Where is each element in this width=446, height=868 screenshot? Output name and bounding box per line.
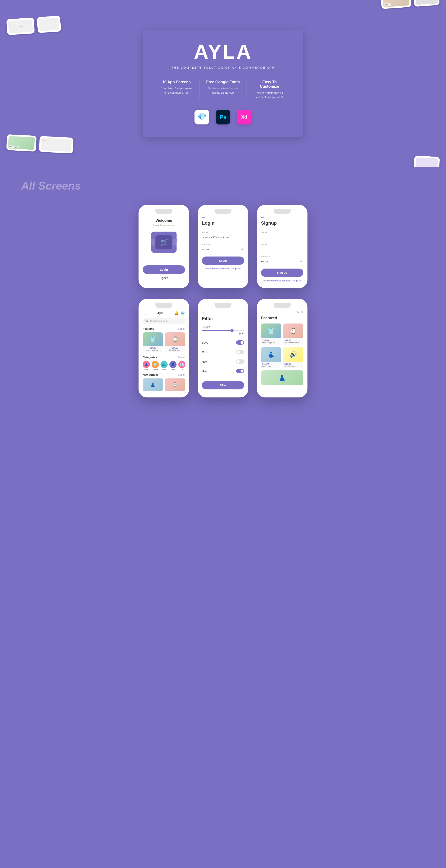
toggle-used[interactable] [236, 369, 244, 373]
featured-list-title: Featured [261, 316, 277, 320]
filter-header-icon[interactable]: ⚗️ [181, 311, 185, 315]
category-circle-tshirt: 👕 [152, 361, 159, 368]
toggle-girls[interactable] [236, 350, 244, 354]
category-dress[interactable]: 👗 Dress [143, 361, 150, 371]
featured-product-card-3[interactable]: 👗 $45.00 Girl Salwar [261, 347, 281, 368]
category-shoes[interactable]: 👟 Shoes [160, 361, 168, 371]
home-screen: ☰ Ayla 🔔 ⚗️ 🔍 Search somthing Featured S… [138, 311, 189, 391]
toggle-boys[interactable] [236, 340, 244, 345]
product-name-2: Girl White Watch [165, 349, 185, 352]
category-circle-dress: 👗 [143, 361, 150, 368]
product-img-2: ⌚ [165, 332, 185, 346]
phone-notch-home [155, 303, 172, 308]
more-featured-products: 👗 [261, 370, 303, 385]
phone-notch-welcome [155, 209, 172, 214]
featured-products-grid: 👕 $34.00 Man Long Shirt ⌚ $34.00 Girl Wh… [261, 323, 303, 368]
signup-button[interactable]: Sign Up [261, 269, 303, 277]
status-bar-signup: ●●● [257, 217, 308, 220]
filter-label-boys: Boys [202, 341, 208, 344]
products-row: 👕 $34.00 Man Long Shirt ⌚ $34.00 Girl Wh… [143, 332, 185, 352]
welcome-screen: Welcome Enjoy the experience 🛒 Login [138, 218, 189, 280]
name-label: Name [261, 231, 303, 234]
category-label-dress: Dress [143, 369, 150, 371]
product-price-1: $34.00 [143, 346, 163, 349]
new-arrival-see-all[interactable]: See all [178, 374, 185, 376]
email-form-group: Email [202, 231, 244, 240]
hero-section: Total $34.00 N AYLA THE COMPLETE SOLUTIO… [0, 0, 446, 167]
product-name-1: Man Long Shirt [143, 349, 163, 352]
sketch-icon: 💎 [194, 110, 209, 124]
featured-product-name-4: Google Home [284, 365, 302, 367]
signup-email-form-group: Email [261, 243, 303, 252]
filter-row-new: New [202, 357, 244, 366]
welcome-signup-link[interactable]: Signup [143, 276, 185, 280]
name-input[interactable] [261, 235, 303, 240]
login-button[interactable]: Login [202, 256, 244, 265]
category-circle-pants: 👖 [169, 361, 177, 368]
featured-product-img-2: ⌚ [283, 323, 303, 338]
featured-product-price-4: $48.00 [284, 363, 302, 365]
signup-password-input[interactable] [261, 259, 297, 264]
signup-password-label: Password [261, 255, 303, 258]
filter-button[interactable]: Filter [202, 381, 244, 390]
category-pants[interactable]: 👖 Pants [169, 361, 177, 371]
password-input[interactable] [202, 247, 238, 252]
feature-divider-2 [246, 80, 247, 99]
search-header-icon[interactable]: 🔍 [296, 311, 299, 314]
category-circle-tie: 👔 [178, 361, 185, 368]
status-bar-login: ●●● [198, 217, 248, 220]
category-tshirt[interactable]: 👕 T-Shirt [152, 361, 159, 371]
filter-screen: Filter Budget $450 Boys Girls New [198, 316, 248, 390]
status-bar-welcome [138, 217, 189, 218]
brand-title: AYLA [155, 40, 291, 63]
toggle-new[interactable] [236, 360, 244, 364]
budget-thumb[interactable] [231, 329, 233, 332]
budget-bar[interactable] [202, 330, 244, 331]
signup-password-row: 👁 [261, 259, 303, 264]
budget-label: Budget [202, 326, 244, 329]
signup-email-input[interactable] [261, 247, 303, 252]
welcome-login-button[interactable]: Login [143, 266, 185, 274]
scattered-phones-bottom: Man Long S... Size [4, 134, 442, 167]
featured-product-img-4: 🔊 [283, 347, 303, 362]
eye-icon[interactable]: 👁 [241, 248, 244, 251]
login-screen: Login Email Password 👁 Login Don't have … [198, 220, 248, 270]
categories-see-all[interactable]: See all [178, 356, 185, 359]
welcome-title: Welcome [143, 218, 185, 223]
brand-tagline: THE COMPLETE SOLUTION OF AN E-COMMERCE A… [155, 66, 291, 69]
product-card-2[interactable]: ⌚ $34.00 Girl White Watch [165, 332, 185, 352]
signup-eye-icon[interactable]: 👁 [300, 260, 303, 263]
category-tie[interactable]: 👔 Tie [178, 361, 185, 371]
featured-product-img-1: 👕 [261, 323, 281, 338]
hamburger-icon[interactable]: ☰ [143, 311, 146, 315]
featured-product-img-5: 👗 [261, 370, 303, 385]
cart-header-icon[interactable]: 🛒 [301, 311, 303, 314]
search-icon: 🔍 [145, 319, 149, 322]
email-input[interactable] [202, 235, 244, 240]
featured-list-screen: Featured 👕 $34.00 Man Long Shirt ⌚ $34.0 [257, 316, 308, 385]
notification-icon[interactable]: 🔔 [174, 311, 179, 315]
featured-product-card-5[interactable]: 👗 [261, 370, 303, 385]
feature-title-1: 16 App Screens [160, 80, 193, 84]
filter-label-new: New [202, 360, 208, 363]
signup-password-form-group: Password 👁 [261, 255, 303, 264]
filter-row-girls: Girls [202, 347, 244, 357]
featured-product-card-4[interactable]: 🔊 $48.00 Google Home [283, 347, 303, 368]
mini-phone-top-1: Total [6, 18, 35, 35]
feature-desc-2: Nunito sans free font are useing all the… [206, 86, 240, 95]
featured-product-card-2[interactable]: ⌚ $34.00 Girl White Watch [283, 323, 303, 345]
featured-see-all[interactable]: See all [178, 328, 185, 330]
new-arrival-card-1[interactable]: 👗 [143, 378, 163, 391]
search-bar[interactable]: 🔍 Search somthing [143, 318, 185, 324]
new-arrival-card-2[interactable]: ⌚ [165, 378, 185, 391]
feature-desc-3: You can customize all elements as you wa… [253, 91, 286, 99]
category-circle-shoes: 👟 [160, 361, 168, 368]
featured-product-card-1[interactable]: 👕 $34.00 Man Long Shirt [261, 323, 281, 345]
email-label: Email [202, 231, 244, 234]
category-label-tshirt: T-Shirt [152, 369, 159, 371]
product-card-1[interactable]: 👕 $34.00 Man Long Shirt [143, 332, 163, 352]
filter-row-used: Used [202, 366, 244, 376]
categories-section-header: Categories See all [143, 355, 185, 359]
filter-label-girls: Girls [202, 350, 208, 354]
filter-label-used: Used [202, 370, 208, 373]
